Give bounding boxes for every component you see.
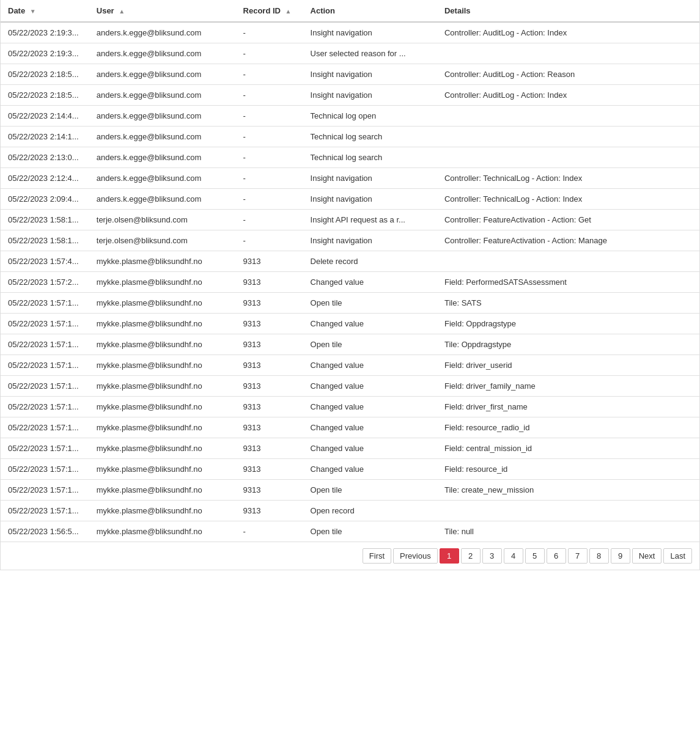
- cell-date: 05/22/2023 1:57:1...: [1, 334, 89, 355]
- cell-action: Open tile: [303, 480, 437, 501]
- cell-details: Tile: create_new_mission: [437, 480, 699, 501]
- cell-record-id: -: [236, 189, 303, 210]
- cell-user: anders.k.egge@bliksund.com: [89, 168, 236, 189]
- table-row: 05/22/2023 1:57:4... mykke.plasme@bliksu…: [1, 251, 699, 272]
- page-9-button[interactable]: 9: [611, 548, 630, 564]
- cell-record-id: 9313: [236, 376, 303, 397]
- cell-action: Changed value: [303, 314, 437, 334]
- cell-action: Changed value: [303, 438, 437, 459]
- col-record-label: Record ID: [243, 6, 281, 15]
- cell-details: [437, 147, 699, 168]
- cell-details: Field: driver_first_name: [437, 397, 699, 417]
- cell-user: mykke.plasme@bliksundhf.no: [89, 293, 236, 314]
- cell-record-id: 9313: [236, 272, 303, 293]
- audit-log-table: Date ▼ User ▲ Record ID ▲ Action Details: [1, 0, 699, 542]
- cell-record-id: -: [236, 64, 303, 85]
- cell-details: Controller: TechnicalLog - Action: Index: [437, 189, 699, 210]
- cell-action: Open tile: [303, 293, 437, 314]
- cell-record-id: -: [236, 85, 303, 106]
- table-row: 05/22/2023 2:18:5... anders.k.egge@bliks…: [1, 85, 699, 106]
- cell-user: anders.k.egge@bliksund.com: [89, 127, 236, 147]
- cell-user: mykke.plasme@bliksundhf.no: [89, 314, 236, 334]
- page-3-button[interactable]: 3: [482, 548, 502, 564]
- cell-record-id: 9313: [236, 355, 303, 376]
- table-row: 05/22/2023 2:18:5... anders.k.egge@bliks…: [1, 64, 699, 85]
- cell-record-id: -: [236, 147, 303, 168]
- cell-record-id: 9313: [236, 334, 303, 355]
- cell-user: mykke.plasme@bliksundhf.no: [89, 521, 236, 542]
- cell-user: mykke.plasme@bliksundhf.no: [89, 376, 236, 397]
- cell-action: Changed value: [303, 397, 437, 417]
- first-page-button[interactable]: First: [363, 548, 391, 564]
- cell-details: Field: Oppdragstype: [437, 314, 699, 334]
- cell-record-id: 9313: [236, 251, 303, 272]
- cell-action: Changed value: [303, 272, 437, 293]
- cell-details: [437, 501, 699, 521]
- col-header-record-id[interactable]: Record ID ▲: [236, 0, 303, 22]
- cell-action: Technical log open: [303, 106, 437, 127]
- audit-log-table-container: Date ▼ User ▲ Record ID ▲ Action Details: [0, 0, 700, 570]
- cell-user: terje.olsen@bliksund.com: [89, 230, 236, 251]
- cell-details: [437, 251, 699, 272]
- table-row: 05/22/2023 1:58:1... terje.olsen@bliksun…: [1, 230, 699, 251]
- table-row: 05/22/2023 1:57:1... mykke.plasme@bliksu…: [1, 334, 699, 355]
- cell-date: 05/22/2023 1:57:1...: [1, 397, 89, 417]
- table-row: 05/22/2023 2:19:3... anders.k.egge@bliks…: [1, 43, 699, 64]
- table-row: 05/22/2023 1:58:1... terje.olsen@bliksun…: [1, 210, 699, 230]
- cell-action: Insight navigation: [303, 168, 437, 189]
- cell-record-id: -: [236, 168, 303, 189]
- page-4-button[interactable]: 4: [504, 548, 523, 564]
- table-body: 05/22/2023 2:19:3... anders.k.egge@bliks…: [1, 22, 699, 542]
- page-2-button[interactable]: 2: [461, 548, 481, 564]
- cell-date: 05/22/2023 2:19:3...: [1, 22, 89, 43]
- cell-date: 05/22/2023 1:57:1...: [1, 314, 89, 334]
- cell-action: Technical log search: [303, 147, 437, 168]
- cell-details: Field: resource_id: [437, 459, 699, 480]
- page-5-button[interactable]: 5: [525, 548, 545, 564]
- page-6-button[interactable]: 6: [547, 548, 566, 564]
- cell-date: 05/22/2023 2:19:3...: [1, 43, 89, 64]
- cell-details: Tile: null: [437, 521, 699, 542]
- cell-date: 05/22/2023 1:57:1...: [1, 355, 89, 376]
- cell-user: anders.k.egge@bliksund.com: [89, 85, 236, 106]
- cell-date: 05/22/2023 1:58:1...: [1, 210, 89, 230]
- cell-record-id: -: [236, 127, 303, 147]
- col-header-action: Action: [303, 0, 437, 22]
- last-page-button[interactable]: Last: [663, 548, 692, 564]
- page-7-button[interactable]: 7: [568, 548, 588, 564]
- cell-record-id: -: [236, 43, 303, 64]
- page-1-button[interactable]: 1: [440, 548, 459, 564]
- cell-user: mykke.plasme@bliksundhf.no: [89, 501, 236, 521]
- col-action-label: Action: [311, 6, 335, 15]
- cell-record-id: 9313: [236, 314, 303, 334]
- table-row: 05/22/2023 2:19:3... anders.k.egge@bliks…: [1, 22, 699, 43]
- page-8-button[interactable]: 8: [589, 548, 609, 564]
- next-page-button[interactable]: Next: [632, 548, 662, 564]
- cell-user: mykke.plasme@bliksundhf.no: [89, 334, 236, 355]
- cell-date: 05/22/2023 1:57:1...: [1, 480, 89, 501]
- cell-details: Controller: FeatureActivation - Action: …: [437, 230, 699, 251]
- cell-details: [437, 106, 699, 127]
- table-header-row: Date ▼ User ▲ Record ID ▲ Action Details: [1, 0, 699, 22]
- table-row: 05/22/2023 2:14:4... anders.k.egge@bliks…: [1, 106, 699, 127]
- cell-date: 05/22/2023 1:57:1...: [1, 293, 89, 314]
- cell-date: 05/22/2023 2:14:1...: [1, 127, 89, 147]
- previous-page-button[interactable]: Previous: [393, 548, 438, 564]
- cell-details: Field: resource_radio_id: [437, 417, 699, 438]
- cell-action: Changed value: [303, 417, 437, 438]
- cell-user: mykke.plasme@bliksundhf.no: [89, 459, 236, 480]
- cell-details: Field: driver_userid: [437, 355, 699, 376]
- cell-details: Field: central_mission_id: [437, 438, 699, 459]
- cell-user: terje.olsen@bliksund.com: [89, 210, 236, 230]
- col-header-user[interactable]: User ▲: [89, 0, 236, 22]
- cell-record-id: -: [236, 230, 303, 251]
- cell-details: Tile: Oppdragstype: [437, 334, 699, 355]
- col-header-date[interactable]: Date ▼: [1, 0, 89, 22]
- cell-date: 05/22/2023 2:18:5...: [1, 64, 89, 85]
- cell-details: [437, 127, 699, 147]
- cell-record-id: 9313: [236, 459, 303, 480]
- cell-date: 05/22/2023 1:57:4...: [1, 251, 89, 272]
- cell-user: mykke.plasme@bliksundhf.no: [89, 438, 236, 459]
- cell-record-id: -: [236, 521, 303, 542]
- cell-action: User selected reason for ...: [303, 43, 437, 64]
